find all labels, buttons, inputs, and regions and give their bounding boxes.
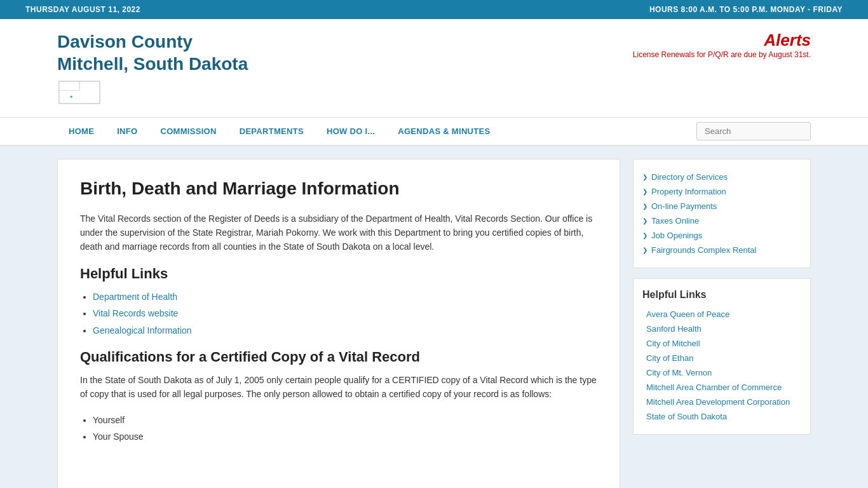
sidebar-sanford[interactable]: Sanford Health (642, 322, 801, 336)
nav-home[interactable]: HOME (57, 118, 105, 145)
title-line1: Davison County (57, 32, 193, 51)
intro-paragraph: The Vital Records section of the Registe… (80, 212, 597, 254)
top-bar: THURSDAY AUGUST 11, 2022 HOURS 8:00 A.M.… (0, 0, 868, 19)
sidebar-link-taxes[interactable]: Taxes Online (642, 214, 801, 228)
sidebar: Directory of Services Property Informati… (633, 159, 811, 488)
nav-departments[interactable]: DEPARTMENTS (228, 118, 315, 145)
link-vital-records[interactable]: Vital Records website (93, 306, 597, 320)
qualifications-list: Yourself Your Spouse (93, 413, 597, 444)
sidebar-helpful-links-list: Avera Queen of Peace Sanford Health City… (642, 307, 801, 424)
sidebar-link-directory[interactable]: Directory of Services (642, 170, 801, 184)
nav-agendas[interactable]: AGENDAS & MINUTES (386, 118, 501, 145)
sidebar-link-jobs[interactable]: Job Openings (642, 228, 801, 243)
sidebar-development[interactable]: Mitchell Area Development Corporation (642, 395, 801, 409)
qual-item-yourself: Yourself (93, 413, 597, 427)
sidebar-city-mitchell[interactable]: City of Mitchell (642, 336, 801, 351)
nav-info[interactable]: INFO (105, 118, 149, 145)
quick-links-box: Directory of Services Property Informati… (633, 159, 811, 268)
date-label: THURSDAY AUGUST 11, 2022 (25, 5, 140, 14)
sidebar-state-sd[interactable]: State of South Dakota (642, 409, 801, 424)
sidebar-link-payments[interactable]: On-line Payments (642, 199, 801, 214)
sidebar-helpful-links-box: Helpful Links Avera Queen of Peace Sanfo… (633, 278, 811, 435)
alerts-title: Alerts (633, 30, 811, 50)
alerts-box: Alerts License Renewals for P/Q/R are du… (633, 30, 811, 59)
helpful-links-list: Department of Health Vital Records websi… (93, 290, 597, 337)
site-title: Davison County Mitchell, South Dakota (57, 30, 248, 75)
svg-point-0 (70, 96, 72, 98)
sidebar-link-fairgrounds[interactable]: Fairgrounds Complex Rental (642, 243, 801, 257)
qualifications-heading: Qualifications for a Certified Copy of a… (80, 349, 597, 365)
sidebar-helpful-heading: Helpful Links (642, 289, 801, 301)
main-container: Birth, Death and Marriage Information Th… (0, 146, 868, 488)
qualifications-text: In the State of South Dakota as of July … (80, 373, 597, 402)
logo-area: Davison County Mitchell, South Dakota (57, 30, 248, 109)
sidebar-city-mt-vernon[interactable]: City of Mt. Vernon (642, 365, 801, 380)
link-genealogical[interactable]: Genealogical Information (93, 323, 597, 337)
search-input[interactable] (696, 122, 811, 140)
nav-items: HOME INFO COMMISSION DEPARTMENTS HOW DO … (57, 118, 696, 145)
nav-how-do-i[interactable]: HOW DO I... (315, 118, 386, 145)
sidebar-city-ethan[interactable]: City of Ethan (642, 351, 801, 365)
title-line2: Mitchell, South Dakota (57, 54, 248, 74)
nav-commission[interactable]: COMMISSION (149, 118, 227, 145)
quick-links-list: Directory of Services Property Informati… (642, 170, 801, 257)
alerts-text: License Renewals for P/Q/R are due by Au… (633, 50, 811, 59)
sidebar-avera[interactable]: Avera Queen of Peace (642, 307, 801, 322)
sidebar-chamber[interactable]: Mitchell Area Chamber of Commerce (642, 380, 801, 395)
link-dept-health[interactable]: Department of Health (93, 290, 597, 304)
helpful-links-heading: Helpful Links (80, 266, 597, 282)
header: Davison County Mitchell, South Dakota Al… (0, 19, 868, 118)
page-title: Birth, Death and Marriage Information (80, 179, 597, 199)
sd-map-icon (57, 78, 102, 107)
hours-label: HOURS 8:00 A.M. TO 5:00 P.M. MONDAY - FR… (649, 5, 843, 14)
navigation: HOME INFO COMMISSION DEPARTMENTS HOW DO … (0, 118, 868, 146)
sidebar-link-property[interactable]: Property Information (642, 184, 801, 199)
qual-item-spouse: Your Spouse (93, 430, 597, 444)
content-area: Birth, Death and Marriage Information Th… (57, 159, 620, 488)
